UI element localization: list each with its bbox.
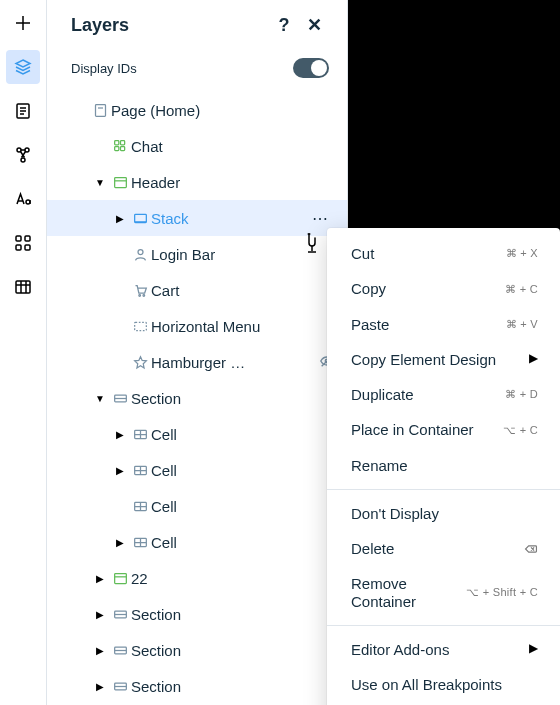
tree-row[interactable]: ▶Cell: [47, 416, 347, 452]
disclosure-icon[interactable]: ▼: [91, 393, 109, 404]
tree-row[interactable]: ▶Section: [47, 632, 347, 668]
context-menu-label: Don't Display: [351, 505, 538, 522]
context-menu-item[interactable]: Editor Add-ons▶: [327, 632, 560, 667]
context-menu-label: Cut: [351, 245, 506, 262]
help-icon[interactable]: ?: [269, 10, 299, 40]
tree-row-label: Page (Home): [111, 102, 335, 119]
panel-title: Layers: [71, 15, 129, 36]
tree-row[interactable]: ▶Stack⋯: [47, 200, 347, 236]
disclosure-icon[interactable]: ▶: [91, 681, 109, 692]
context-menu-item[interactable]: Don't Display: [327, 496, 560, 531]
rail-apps[interactable]: [6, 226, 40, 260]
context-menu-shortcut: ⌥ + Shift + C: [466, 586, 538, 599]
tree-row-label: Cart: [151, 282, 335, 299]
disclosure-icon[interactable]: ▼: [91, 177, 109, 188]
disclosure-icon[interactable]: ▶: [111, 465, 129, 476]
tree-row[interactable]: Login Bar: [47, 236, 347, 272]
rail-layers[interactable]: [6, 50, 40, 84]
context-menu-item[interactable]: Delete: [327, 531, 560, 566]
context-menu-shortcut: ⌘ + C: [505, 283, 538, 296]
disclosure-icon[interactable]: ▶: [111, 213, 129, 224]
disclosure-icon[interactable]: ▶: [111, 537, 129, 548]
tree-page-row[interactable]: Page (Home): [47, 92, 347, 128]
context-menu-label: Editor Add-ons: [351, 641, 529, 658]
tree-row-label: Cell: [151, 534, 335, 551]
tree-row[interactable]: Hamburger …: [47, 344, 347, 380]
grid4-icon: [109, 139, 131, 154]
context-menu-item[interactable]: Copy⌘ + C: [327, 271, 560, 306]
context-menu-label: Rename: [351, 457, 538, 474]
tree-row-label: Header: [131, 174, 335, 191]
context-menu-separator: [327, 489, 560, 490]
context-menu-shortcut: ⌘ + D: [505, 388, 538, 401]
context-menu-item[interactable]: Cut⌘ + X: [327, 236, 560, 271]
more-options-icon[interactable]: ⋯: [312, 209, 335, 228]
context-menu-item[interactable]: Paste⌘ + V: [327, 307, 560, 342]
disclosure-icon[interactable]: ▶: [91, 573, 109, 584]
display-ids-toggle[interactable]: [293, 58, 329, 78]
tree-row-label: Section: [131, 678, 335, 695]
stack-icon: [129, 211, 151, 226]
tree-row[interactable]: ▼Header: [47, 164, 347, 200]
cell-icon: [129, 427, 151, 442]
display-ids-label: Display IDs: [71, 61, 137, 76]
tree-row[interactable]: ▶Section: [47, 596, 347, 632]
section-icon: [109, 643, 131, 658]
tree-row[interactable]: Chat: [47, 128, 347, 164]
disclosure-icon[interactable]: ▶: [91, 609, 109, 620]
left-rail: [0, 0, 47, 705]
page-icon: [89, 103, 111, 118]
context-menu-label: Remove Container: [351, 575, 466, 610]
tree-row-label: Hamburger …: [151, 354, 319, 371]
section-icon: [109, 391, 131, 406]
context-menu-item[interactable]: Copy Element Design▶: [327, 342, 560, 377]
section-icon: [109, 607, 131, 622]
context-menu-label: Copy Element Design: [351, 351, 529, 368]
rail-typography[interactable]: [6, 182, 40, 216]
rail-collections[interactable]: [6, 138, 40, 172]
tree-row-label: Cell: [151, 426, 335, 443]
context-menu-item[interactable]: Place in Container⌥ + C: [327, 412, 560, 447]
tree-row-label: Section: [131, 642, 335, 659]
tree-row[interactable]: ▶Cell: [47, 524, 347, 560]
tree-row-label: Stack: [151, 210, 312, 227]
context-menu-label: Paste: [351, 316, 506, 333]
tree-row-label: 22: [131, 570, 335, 587]
cell-icon: [129, 499, 151, 514]
context-menu-item[interactable]: Use on All Breakpoints: [327, 667, 560, 702]
dashed-icon: [129, 319, 151, 334]
tree-row[interactable]: ▶22: [47, 560, 347, 596]
context-menu-item[interactable]: Remove Container⌥ + Shift + C: [327, 566, 560, 619]
context-menu-label: Place in Container: [351, 421, 503, 438]
context-menu-item[interactable]: Rename: [327, 448, 560, 483]
cell-icon: [129, 535, 151, 550]
tree-row[interactable]: ▼Section: [47, 380, 347, 416]
tree-row[interactable]: Cell: [47, 488, 347, 524]
rail-cms[interactable]: [6, 270, 40, 304]
tree-row[interactable]: Horizontal Menu: [47, 308, 347, 344]
container-icon: [109, 175, 131, 190]
tree-row-label: Horizontal Menu: [151, 318, 335, 335]
tree-row-label: Cell: [151, 462, 335, 479]
layer-tree: Page (Home)Chat▼Header▶Stack⋯Login BarCa…: [47, 92, 347, 705]
tree-row[interactable]: Cart: [47, 272, 347, 308]
cell-icon: [129, 463, 151, 478]
context-menu-item[interactable]: Duplicate⌘ + D: [327, 377, 560, 412]
chevron-right-icon: ▶: [529, 642, 538, 656]
tree-row-label: Section: [131, 390, 335, 407]
disclosure-icon[interactable]: ▶: [111, 429, 129, 440]
close-icon[interactable]: ✕: [299, 10, 329, 40]
backspace-icon: [524, 542, 538, 556]
section-icon: [109, 679, 131, 694]
cart-icon: [129, 283, 151, 298]
context-menu-shortcut: ⌘ + V: [506, 318, 538, 331]
tree-row[interactable]: ▶Cell: [47, 452, 347, 488]
context-menu-label: Use on All Breakpoints: [351, 676, 538, 693]
tree-row[interactable]: ▶Section: [47, 668, 347, 704]
rail-add[interactable]: [6, 6, 40, 40]
disclosure-icon[interactable]: ▶: [91, 645, 109, 656]
rail-pages[interactable]: [6, 94, 40, 128]
context-menu-shortcut: ⌥ + C: [503, 424, 538, 437]
tree-row-label: Cell: [151, 498, 335, 515]
layers-panel: Layers ? ✕ Display IDs Page (Home)Chat▼H…: [47, 0, 348, 705]
